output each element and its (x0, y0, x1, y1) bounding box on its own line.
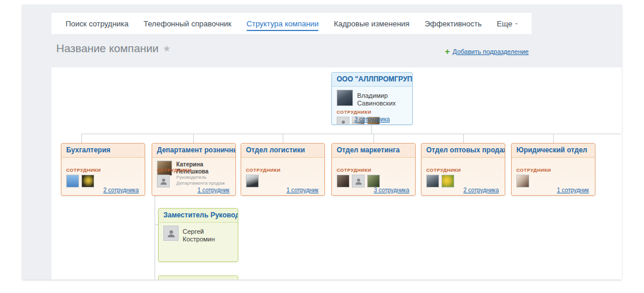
employees-section-label: СОТРУДНИКИ (66, 168, 101, 173)
department-title[interactable]: Отдел логистики (241, 144, 324, 158)
tab-company-structure[interactable]: Структура компании (246, 13, 318, 34)
employees-section-label: СОТРУДНИКИ (337, 168, 380, 173)
tab-more[interactable]: Еще - (497, 13, 518, 34)
org-card-root-body: Владимир Савиновских СОТРУДНИКИ 3 сотруд… (332, 87, 412, 124)
employee-avatar-photo[interactable] (81, 175, 94, 188)
employee-avatar-row (66, 175, 101, 188)
connector-stub (463, 134, 464, 143)
org-card-subdepartment[interactable]: Заместитель Руководи... Сергей Костромин (158, 208, 238, 262)
add-subdivision-button[interactable]: + Добавить подразделение (445, 47, 529, 56)
employee-count-link[interactable]: 3 сотрудника (374, 187, 409, 193)
org-chart-canvas: ООО "АЛЛПРОМГРУПП" Владимир Савиновских … (52, 67, 622, 280)
add-subdivision-label: Добавить подразделение (453, 48, 529, 55)
employee-avatar-row (157, 175, 191, 188)
department-body: Катерина Лепешкова Руководитель Департам… (152, 158, 235, 195)
employee-count-link[interactable]: 1 сотрудник (557, 187, 589, 193)
department-body: СОТРУДНИКИ 3 сотрудника (332, 158, 415, 195)
head-name[interactable]: Владимир Савиновских (357, 90, 407, 107)
tab-employee-search[interactable]: Поиск сотрудника (66, 13, 129, 34)
org-card-department[interactable]: Отдел маркетинга СОТРУДНИКИ 3 сотрудника (331, 143, 416, 196)
employee-count-link[interactable]: 2 сотрудника (463, 187, 499, 193)
department-body: СОТРУДНИКИ 2 сотрудника (422, 158, 505, 195)
org-card-department[interactable]: Департамент розничных п... Катерина Лепе… (152, 143, 236, 196)
head-avatar[interactable] (337, 90, 353, 106)
employees-section: СОТРУДНИКИ (246, 165, 280, 188)
connector-sub-trunk (155, 196, 155, 280)
favorite-star-icon[interactable]: ★ (163, 43, 170, 54)
employee-avatar-photo[interactable] (441, 175, 454, 188)
person-icon (354, 177, 363, 186)
org-card-department[interactable]: Бухгалтерия СОТРУДНИКИ 2 сотрудника (61, 143, 145, 196)
employee-avatar-photo[interactable] (337, 175, 350, 188)
page-title: Название компании ★ (56, 42, 170, 55)
employee-count-link[interactable]: 1 сотрудник (197, 187, 229, 193)
plus-icon: + (445, 47, 450, 56)
employee-avatar-placeholder[interactable] (352, 175, 365, 188)
employee-avatar-photo[interactable] (516, 175, 529, 188)
connector-stub (193, 134, 194, 143)
department-title[interactable]: Департамент розничных п... (152, 144, 235, 158)
employee-avatar-photo[interactable] (66, 175, 79, 188)
employees-section: СОТРУДНИКИ (426, 165, 461, 188)
department-title[interactable]: Отдел оптовых продаж (422, 144, 505, 158)
employees-section-label: СОТРУДНИКИ (337, 110, 407, 115)
connector-stub (374, 134, 374, 143)
employee-avatar-photo[interactable] (426, 175, 439, 188)
employees-section: СОТРУДНИКИ (157, 165, 191, 188)
department-title[interactable]: Отдел маркетинга (332, 144, 415, 158)
connector-stub (81, 134, 82, 143)
tab-more-label: Еще (497, 19, 512, 28)
org-card-department[interactable]: Отдел оптовых продаж СОТРУДНИКИ 2 сотруд… (421, 143, 505, 196)
connector-stub (553, 134, 554, 143)
person-icon (159, 177, 168, 186)
connector-stub (283, 134, 283, 143)
employees-section: СОТРУДНИКИ (66, 165, 101, 188)
tab-efficiency[interactable]: Эффективность (424, 13, 482, 34)
org-card-department[interactable]: Юридический отдел СОТРУДНИКИ 1 сотрудник (511, 143, 595, 196)
person-icon (166, 229, 176, 239)
employee-avatar-photo[interactable] (246, 175, 259, 188)
connector-root-stub (371, 125, 372, 134)
subdepartment-title[interactable]: Заместитель Руководи... (159, 209, 238, 223)
org-card-root-title[interactable]: ООО "АЛЛПРОМГРУПП" (332, 73, 412, 87)
subdepartment-body: Сергей Костромин (159, 223, 238, 261)
employees-section: СОТРУДНИКИ (516, 165, 551, 188)
employees-section-label: СОТРУДНИКИ (516, 168, 551, 173)
more-dropdown-indicator-icon: - (515, 19, 518, 28)
department-title[interactable]: Юридический отдел (512, 144, 595, 158)
tab-hr-changes[interactable]: Кадровые изменения (334, 13, 409, 34)
head-avatar-placeholder[interactable] (163, 226, 179, 241)
department-body: СОТРУДНИКИ 1 сотрудник (241, 158, 324, 195)
department-head: Владимир Савиновских (337, 90, 407, 107)
company-name-title: Название компании (56, 42, 159, 55)
head-name[interactable]: Сергей Костромин (183, 226, 233, 243)
employee-avatar-row (337, 175, 380, 188)
department-body: СОТРУДНИКИ 2 сотрудника (61, 158, 145, 195)
employee-avatar-row (516, 175, 551, 188)
employees-section-label: СОТРУДНИКИ (426, 168, 461, 173)
employee-count-link[interactable]: 3 сотрудника (332, 116, 412, 122)
org-card-root[interactable]: ООО "АЛЛПРОМГРУПП" Владимир Савиновских … (331, 72, 413, 125)
employee-avatar-row (246, 175, 280, 188)
company-structure-page: Поиск сотрудника Телефонный справочник С… (0, 0, 644, 293)
tab-phone-directory[interactable]: Телефонный справочник (143, 13, 231, 34)
department-head: Сергей Костромин (163, 226, 233, 243)
org-card-department[interactable]: Отдел логистики СОТРУДНИКИ 1 сотрудник (241, 143, 325, 196)
employee-avatar-row (426, 175, 461, 188)
employee-count-link[interactable]: 1 сотрудник (286, 187, 318, 193)
department-body: СОТРУДНИКИ 1 сотрудник (512, 158, 595, 195)
employees-section-label: СОТРУДНИКИ (157, 168, 191, 173)
org-card-subdepartment-clipped[interactable] (158, 275, 238, 280)
top-navigation: Поиск сотрудника Телефонный справочник С… (52, 13, 532, 34)
connector-rail (81, 134, 621, 134)
employees-section: СОТРУДНИКИ (337, 165, 380, 188)
employees-section-label: СОТРУДНИКИ (246, 168, 280, 173)
subdepartment-title (159, 276, 238, 280)
employee-count-link[interactable]: 2 сотрудника (103, 187, 139, 193)
employee-avatar-photo[interactable] (367, 175, 380, 188)
department-title[interactable]: Бухгалтерия (61, 144, 145, 158)
employee-avatar-placeholder[interactable] (157, 175, 170, 188)
